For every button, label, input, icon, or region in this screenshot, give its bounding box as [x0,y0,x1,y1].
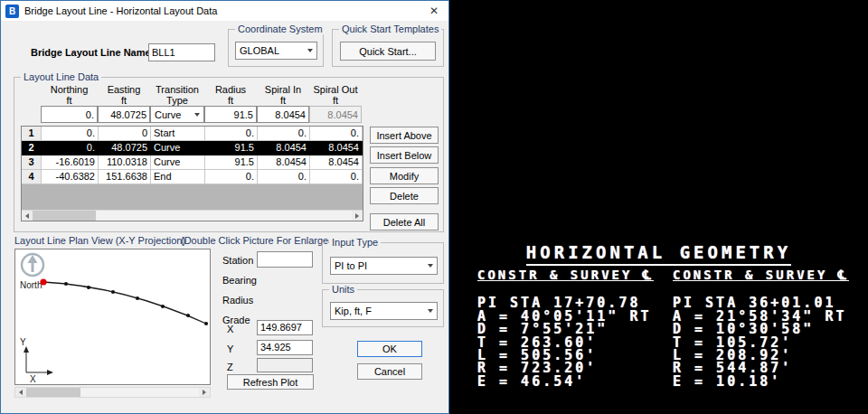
edit-spiral-in-input[interactable] [257,106,309,123]
alignment-points [64,282,208,325]
scroll-left-icon[interactable] [22,211,33,221]
units-select[interactable]: Kip, ft, F [330,302,438,320]
cad-drawing-panel: HORIZONTAL GEOMETRY CONSTR & SURVEY ℄ PI… [449,0,868,414]
insert-below-button[interactable]: Insert Below [370,146,439,164]
curve-data-right-column: CONSTR & SURVEY ℄ PI STA 36+01.01 A = 21… [673,268,849,388]
row-number[interactable]: 1 [22,127,42,141]
start-point-marker [40,278,46,285]
cell-radius[interactable]: 0. [205,170,258,184]
edit-transition-select[interactable]: Curve [150,106,204,123]
cell-radius[interactable]: 0. [205,127,258,141]
plan-view-plot[interactable]: North Y X [14,249,211,385]
insert-above-button[interactable]: Insert Above [370,127,439,144]
input-type-value: PI to PI [335,260,367,271]
units-value: Kip, ft, F [335,306,372,316]
edit-transition-value: Curve [155,109,181,120]
cell-easting[interactable]: 48.0725 [99,141,151,155]
chevron-down-icon [194,113,200,117]
cell-spiral-out[interactable]: 0. [310,170,363,184]
layout-line-table[interactable]: 1 0. 0 Start 0. 0. 0. 2 0. 48.0725 Curve… [21,126,363,221]
table-h-scrollbar[interactable] [22,210,363,221]
bridge-layout-line-dialog: B Bridge Layout Line - Horizontal Layout… [0,0,449,414]
scroll-left-icon[interactable] [15,388,26,397]
north-label: North [20,280,42,290]
delete-all-button[interactable]: Delete All [370,213,439,231]
cell-spiral-out[interactable]: 8.0454 [310,141,363,155]
cell-spiral-in[interactable]: 8.0454 [258,141,310,155]
table-row-selected[interactable]: 2 0. 48.0725 Curve 91.5 8.0454 8.0454 [22,141,363,155]
station-input[interactable] [257,251,313,268]
edit-spiral-out-input [309,106,362,123]
cell-transition[interactable]: Curve [151,141,205,155]
row-number[interactable]: 4 [22,170,42,184]
modify-button[interactable]: Modify [370,167,439,184]
cell-radius[interactable]: 91.5 [205,155,258,170]
edit-easting-input[interactable] [98,106,150,123]
cancel-button[interactable]: Cancel [357,363,422,380]
row-number[interactable]: 2 [22,141,42,155]
constr-survey-header: CONSTR & SURVEY ℄ [477,268,654,281]
curve-data-left-column: CONSTR & SURVEY ℄ PI STA 17+70.78 A = 40… [477,268,654,388]
scroll-right-icon[interactable] [199,388,210,397]
cell-transition[interactable]: Start [151,127,205,141]
quick-start-templates-label: Quick Start Templates [339,24,441,34]
z-label: Z [227,362,233,372]
bridge-layout-line-name-input[interactable] [148,43,215,61]
table-row[interactable]: 4 -40.6382 151.6638 End 0. 0. 0. [22,170,363,184]
axis-x-label: X [30,374,36,384]
titlebar[interactable]: B Bridge Layout Line - Horizontal Layout… [1,1,448,21]
quick-start-button[interactable]: Quick Start... [340,42,436,61]
quick-start-templates-group: Quick Start Templates Quick Start... [332,29,444,67]
column-header-radius: Radiusft [204,84,257,106]
plot-scrollbar-thumb[interactable] [26,388,80,397]
units-group: Units Kip, ft, F [322,289,444,327]
ok-button[interactable]: OK [357,341,422,357]
cell-spiral-in[interactable]: 0. [258,127,310,141]
chevron-down-icon [428,309,433,313]
cell-easting[interactable]: 0 [99,127,151,141]
cell-easting[interactable]: 110.0318 [99,155,151,170]
input-type-select[interactable]: PI to PI [330,257,438,275]
horizontal-geometry-title: HORIZONTAL GEOMETRY [449,242,868,262]
edit-northing-input[interactable] [41,106,98,123]
units-label: Units [329,284,357,295]
y-label: Y [227,343,233,354]
plot-h-scrollbar[interactable] [14,387,211,398]
window-title: Bridge Layout Line - Horizontal Layout D… [24,5,217,16]
table-row[interactable]: 1 0. 0 Start 0. 0. 0. [22,127,363,141]
radius-label: Radius [222,295,253,306]
plan-view-label: Layout Line Plan View (X-Y Projection) [14,235,185,246]
cell-northing[interactable]: 0. [42,127,99,141]
cell-easting[interactable]: 151.6638 [99,170,151,184]
refresh-plot-button[interactable]: Refresh Plot [227,374,314,390]
north-arrow-icon [22,254,43,276]
bearing-label: Bearing [222,275,257,286]
x-label: X [227,324,233,334]
table-scrollbar-thumb[interactable] [33,211,96,221]
close-icon[interactable]: ✕ [420,1,448,21]
z-value [257,358,313,372]
scroll-right-icon[interactable] [352,211,363,221]
table-row[interactable]: 3 -16.6019 110.0318 Curve 91.5 8.0454 8.… [22,155,363,170]
cell-transition[interactable]: Curve [151,155,205,170]
cell-northing[interactable]: 0. [42,141,99,155]
edit-radius-input[interactable] [204,106,257,123]
cell-spiral-in[interactable]: 0. [258,170,310,184]
delete-button[interactable]: Delete [370,187,439,204]
column-header-northing: Northingft [41,84,98,106]
row-number[interactable]: 3 [22,155,42,170]
cell-spiral-in[interactable]: 8.0454 [258,155,310,170]
cell-northing[interactable]: -40.6382 [42,170,99,184]
axis-icon [24,346,53,375]
plan-view-svg[interactable]: North Y X [15,249,210,384]
cell-radius[interactable]: 91.5 [205,141,258,155]
constr-survey-header: CONSTR & SURVEY ℄ [673,268,849,281]
cell-spiral-out[interactable]: 0. [310,127,363,141]
column-header-transition: TransitionType [150,84,204,106]
cell-spiral-out[interactable]: 8.0454 [310,155,363,170]
cell-northing[interactable]: -16.6019 [42,155,99,170]
coordinate-system-select[interactable]: GLOBAL [235,42,317,60]
cell-transition[interactable]: End [151,170,205,184]
app-logo-icon: B [5,5,19,18]
alignment-curve [43,282,206,324]
